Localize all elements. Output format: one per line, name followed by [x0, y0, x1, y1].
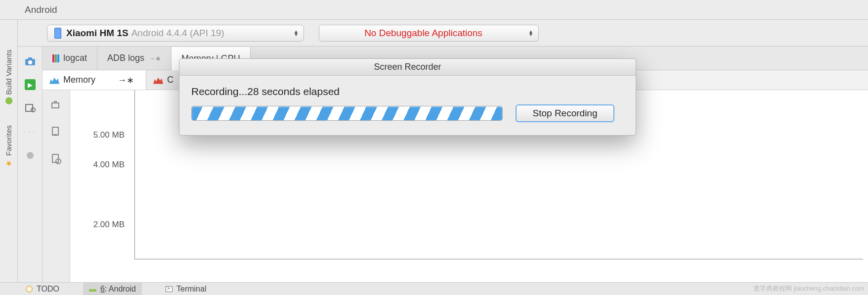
dropdown-arrows-icon: ▲▼ [294, 30, 299, 36]
device-name: Xiaomi HM 1S [66, 28, 129, 39]
dialog-title: Screen Recorder [179, 59, 636, 76]
subtab-memory[interactable]: Memory →∗ [43, 70, 146, 90]
device-os: Android 4.4.4 (API 19) [131, 28, 224, 39]
star-icon: ★ [4, 159, 13, 168]
app-selector-label: No Debuggable Applications [364, 28, 482, 39]
svg-point-2 [28, 60, 32, 64]
chart-tool-column [43, 90, 70, 282]
x-axis [134, 259, 863, 259]
bottom-terminal-label: Terminal [176, 285, 206, 294]
y-axis [134, 90, 135, 259]
device-selector[interactable]: Xiaomi HM 1S Android 4.4.4 (API 19) ▲▼ [47, 25, 304, 42]
memory-chart-icon [49, 76, 59, 84]
tab-adb-label: ADB logs [107, 53, 144, 63]
app-selector[interactable]: No Debuggable Applications ▲▼ [319, 25, 539, 42]
y-tick-2: 2.00 MB [93, 220, 125, 230]
tab-logcat-label: logcat [63, 53, 87, 63]
tab-logcat[interactable]: logcat [43, 47, 97, 70]
screen-recorder-dialog: Screen Recorder Recording...28 seconds e… [179, 58, 636, 136]
gc-button[interactable] [50, 100, 62, 112]
more-separator: · · · [23, 126, 37, 138]
bottom-android-label: 6: Android [100, 285, 136, 294]
phone-icon [54, 28, 61, 39]
cpu-chart-icon [153, 76, 163, 84]
svg-point-5 [27, 152, 34, 159]
bottom-todo[interactable]: TODO [20, 283, 65, 295]
system-info-button[interactable] [23, 102, 37, 114]
subtab-memory-label: Memory [63, 75, 95, 85]
bottom-android[interactable]: ▬ 6: Android [83, 283, 142, 295]
android-bug-icon: ⬤ [5, 98, 13, 105]
left-rail: ⬤ Build Variants ★ Favorites [0, 20, 18, 282]
build-variants-label: Build Variants [4, 49, 13, 95]
dropdown-arrows-icon: ▲▼ [528, 30, 533, 36]
screenshot-button[interactable] [23, 55, 37, 67]
svg-rect-6 [52, 103, 59, 108]
recording-progress-bar [191, 106, 503, 121]
svg-rect-8 [52, 154, 58, 162]
android-icon: ▬ [89, 285, 96, 293]
dump-heap-button[interactable] [50, 126, 62, 140]
terminate-button[interactable] [23, 149, 37, 161]
svg-rect-1 [28, 57, 32, 59]
selector-row: Xiaomi HM 1S Android 4.4.4 (API 19) ▲▼ N… [0, 20, 868, 47]
pin-icon: →∗ [118, 75, 134, 86]
bottom-terminal[interactable]: Terminal [160, 283, 212, 295]
terminal-icon [166, 286, 173, 292]
bottom-todo-label: TODO [37, 285, 59, 294]
panel-title: Android [25, 4, 57, 15]
favorites-tab[interactable]: ★ Favorites [4, 125, 13, 168]
pin-icon: →∗ [148, 54, 161, 62]
svg-rect-7 [52, 127, 58, 135]
todo-icon [26, 286, 33, 293]
panel-header: Android [0, 0, 868, 20]
screen-record-button[interactable]: ▶ [25, 79, 36, 90]
y-tick-4: 4.00 MB [93, 160, 125, 170]
stop-recording-button[interactable]: Stop Recording [516, 104, 614, 122]
y-tick-5: 5.00 MB [93, 130, 125, 140]
logcat-icon [52, 54, 59, 62]
recording-status: Recording...28 seconds elapsed [191, 86, 624, 98]
watermark: 查字典教程网 jiaocheng.chazidian.com [753, 284, 864, 293]
build-variants-tab[interactable]: ⬤ Build Variants [4, 49, 13, 105]
tab-adb-logs[interactable]: ADB logs →∗ [97, 47, 172, 70]
allocation-tracking-button[interactable] [50, 153, 62, 167]
subtab-cpu-label: C [167, 75, 174, 85]
tool-column: ▶ · · · [18, 47, 43, 282]
bottom-bar: TODO ▬ 6: Android Terminal [0, 282, 868, 295]
favorites-label: Favorites [4, 125, 13, 156]
